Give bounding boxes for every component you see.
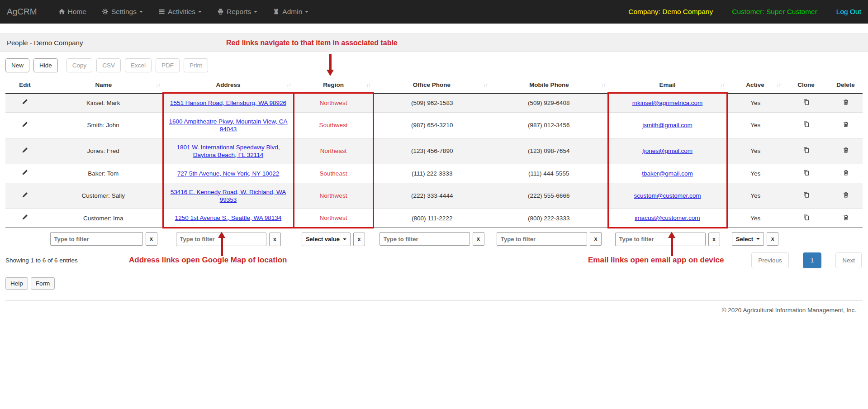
email-link[interactable]: mkinsel@agrimetrica.com [632, 100, 703, 106]
delete-icon[interactable] [843, 214, 849, 221]
nav-item-reports[interactable]: Reports [209, 0, 265, 24]
nav-item-home[interactable]: Home [51, 0, 94, 24]
clone-icon[interactable] [803, 191, 810, 198]
region-link[interactable]: Northwest [320, 100, 347, 106]
active-filter-select[interactable]: Select [732, 232, 764, 246]
address-link[interactable]: 1600 Ampitheatre Pkwy, Mountain View, CA… [169, 118, 287, 133]
csv-button[interactable]: CSV [96, 58, 121, 72]
clone-icon[interactable] [803, 147, 810, 153]
email-filter-input[interactable] [615, 233, 706, 246]
delete-icon[interactable] [843, 191, 849, 198]
edit-icon[interactable] [22, 121, 28, 128]
sort-icon[interactable]: ↓↑ [366, 82, 371, 88]
email-link[interactable]: imacust@customer.com [635, 214, 700, 221]
delete-icon[interactable] [843, 121, 849, 128]
sort-icon[interactable]: ↓↑ [287, 82, 291, 88]
logout-link[interactable]: Log Out [836, 8, 861, 16]
region-link[interactable]: Southwest [319, 122, 347, 128]
sort-icon[interactable]: ↓↑ [777, 82, 781, 88]
email-link[interactable]: tbaker@gmail.com [642, 170, 693, 177]
copy-button[interactable]: Copy [66, 58, 93, 72]
nav-item-admin[interactable]: Admin [265, 0, 316, 24]
column-header-office-phone[interactable]: Office Phone↓↑ [373, 77, 490, 93]
clone-icon[interactable] [803, 169, 810, 176]
mobile-phone-cell: (800) 222-3333 [490, 209, 608, 228]
region-link[interactable]: Northwest [320, 214, 347, 221]
address-link[interactable]: 53416 E. Kennedy Road, W. Richland, WA 9… [171, 189, 286, 203]
edit-icon[interactable] [22, 192, 28, 198]
region-link[interactable]: Northwest [320, 192, 347, 199]
pdf-button[interactable]: PDF [156, 58, 180, 72]
email-link[interactable]: fjones@gmail.com [642, 147, 693, 154]
help-button[interactable]: Help [5, 277, 28, 290]
nav-item-settings[interactable]: Settings [94, 0, 151, 24]
new-button[interactable]: New [5, 58, 29, 72]
active-cell: Yes [727, 183, 783, 209]
page-1-button[interactable]: 1 [803, 252, 822, 268]
form-button[interactable]: Form [31, 277, 55, 290]
delete-icon[interactable] [843, 169, 849, 176]
edit-icon[interactable] [22, 214, 28, 220]
table-row: Customer: Sally 53416 E. Kennedy Road, W… [5, 183, 863, 209]
nav-item-activities[interactable]: Activities [151, 0, 209, 24]
name-filter-input[interactable] [50, 232, 143, 246]
email-filter-clear-button[interactable]: x [708, 233, 720, 246]
annotation-email-links: Email links open email app on device [588, 256, 724, 265]
table-row: Customer: Ima 1250 1st Avenue S., Seattl… [5, 209, 863, 228]
name-filter-clear-button[interactable]: x [146, 232, 157, 246]
column-header-active[interactable]: Active↓↑ [727, 77, 783, 93]
office-phone-filter-clear-button[interactable]: x [473, 232, 484, 246]
column-header-name[interactable]: Name↓↑ [44, 77, 163, 93]
edit-icon[interactable] [22, 169, 28, 176]
address-link[interactable]: 1250 1st Avenue S., Seattle, WA 98134 [175, 214, 282, 221]
edit-icon[interactable] [22, 147, 28, 153]
nav-menu: Home Settings Activities Reports Admin [51, 0, 317, 24]
toolbar: New Hide Copy CSV Excel PDF Print [5, 58, 863, 72]
edit-icon[interactable] [22, 99, 28, 105]
region-link[interactable]: Northeast [320, 147, 347, 154]
next-page-button[interactable]: Next [835, 252, 862, 268]
sort-icon[interactable]: ↓↑ [156, 82, 161, 88]
previous-page-button[interactable]: Previous [751, 252, 789, 268]
clone-icon[interactable] [803, 214, 810, 221]
email-link[interactable]: jsmith@gmail.com [642, 122, 692, 128]
brand-link[interactable]: AgCRM [7, 7, 37, 17]
address-filter-clear-button[interactable]: x [269, 233, 281, 246]
active-filter-clear-button[interactable]: x [767, 232, 778, 246]
pagination: Previous 1 Next [737, 252, 862, 268]
company-label: Company: Demo Company [628, 8, 713, 16]
clone-icon[interactable] [803, 99, 810, 105]
email-link[interactable]: scustom@customer.com [634, 192, 701, 199]
breadcrumb: People - Demo Company [7, 39, 83, 47]
column-header-email[interactable]: Email↓↑ [608, 77, 727, 93]
sort-icon[interactable]: ↓↑ [484, 82, 488, 88]
column-header-region[interactable]: Region↓↑ [294, 77, 373, 93]
address-link[interactable]: 727 5th Avenue, New York, NY 10022 [177, 170, 279, 177]
hide-button[interactable]: Hide [33, 58, 58, 72]
delete-icon[interactable] [843, 99, 849, 105]
column-header-address[interactable]: Address↓↑ [163, 77, 294, 93]
address-link[interactable]: 1551 Hanson Road, Ellensburg, WA 98926 [170, 100, 286, 106]
column-header-mobile-phone[interactable]: Mobile Phone↓↑ [490, 77, 608, 93]
address-link[interactable]: 1801 W. International Speedway Blvd, Day… [176, 144, 280, 158]
delete-icon[interactable] [843, 147, 849, 153]
name-cell: Baker: Tom [44, 164, 163, 183]
annotation-arrow-up-address [218, 232, 225, 256]
clone-icon[interactable] [803, 121, 810, 128]
excel-button[interactable]: Excel [125, 58, 152, 72]
name-cell: Customer: Sally [44, 183, 163, 209]
print-button[interactable]: Print [184, 58, 208, 72]
region-filter-select[interactable]: Select value [302, 233, 351, 246]
mobile-phone-filter-input[interactable] [497, 232, 587, 246]
sort-icon[interactable]: ↓↑ [601, 82, 606, 88]
annotation-address-links: Address links open Google Map of locatio… [129, 256, 287, 265]
region-filter-clear-button[interactable]: x [353, 233, 365, 246]
office-phone-cell: (111) 222-3333 [373, 164, 490, 183]
column-header-edit: Edit [5, 77, 44, 93]
annotation-arrow-down-region [327, 54, 334, 76]
annotation-red-links: Red links navigate to that item in assoc… [226, 34, 398, 52]
office-phone-filter-input[interactable] [379, 232, 470, 246]
mobile-phone-filter-clear-button[interactable]: x [590, 232, 602, 246]
sort-icon[interactable]: ↓↑ [720, 82, 725, 88]
region-link[interactable]: Southeast [320, 170, 347, 177]
